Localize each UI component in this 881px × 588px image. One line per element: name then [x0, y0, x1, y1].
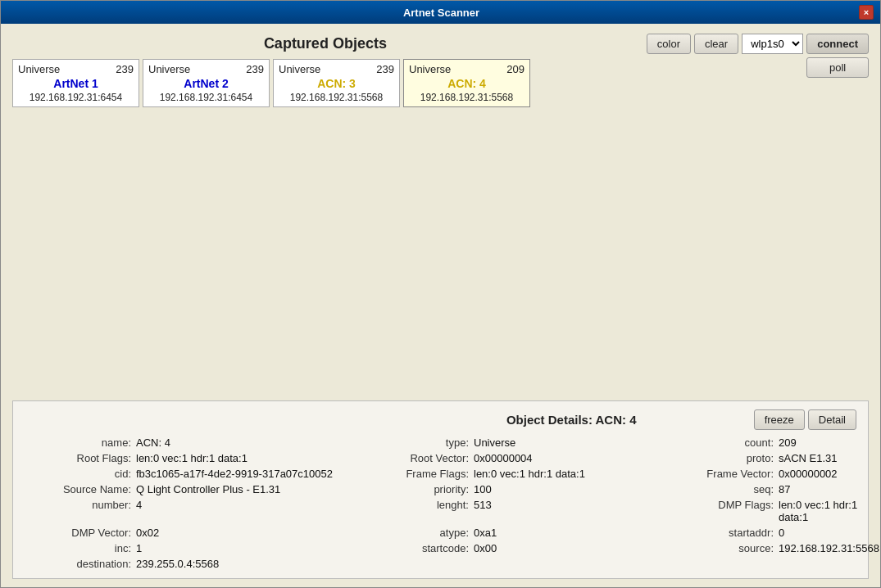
- proto-value: sACN E1.31: [779, 452, 879, 464]
- inc-value: 1: [136, 542, 366, 554]
- card3-universe-num: 239: [376, 63, 394, 75]
- root-flags-label: Root Flags:: [25, 452, 131, 464]
- connect-group: connect poll: [806, 34, 869, 78]
- frame-flags-label: Frame Flags:: [370, 468, 469, 480]
- details-buttons: freeze Detail: [754, 409, 856, 430]
- card2-ip: 192.168.192.31:6454: [148, 92, 264, 103]
- card2-universe-num: 239: [246, 63, 264, 75]
- card4-name: ACN: 4: [409, 77, 525, 90]
- freeze-button[interactable]: freeze: [754, 409, 805, 430]
- clear-button[interactable]: clear: [694, 34, 738, 54]
- proto-label: proto:: [667, 452, 774, 464]
- poll-button[interactable]: poll: [806, 57, 869, 78]
- seq-value: 87: [779, 483, 879, 495]
- card2-universe-label: Universe: [148, 63, 190, 75]
- top-controls: color clear wlp1s0 connect poll: [647, 32, 869, 78]
- card3-universe-label: Universe: [279, 63, 320, 75]
- startcode-value: 0x00: [474, 542, 662, 554]
- top-section: Captured Objects Universe 239 ArtNet 1 1…: [12, 32, 869, 111]
- root-vector-value: 0x00000004: [474, 452, 662, 464]
- object-card-2[interactable]: Universe 239 ArtNet 2 192.168.192.31:645…: [143, 59, 270, 107]
- cid-value: fb3c1065-a17f-4de2-9919-317a07c10052: [136, 468, 366, 480]
- dmp-vector-label: DMP Vector:: [25, 527, 131, 539]
- connect-button[interactable]: connect: [806, 34, 869, 54]
- dmp-flags-label: DMP Flags:: [667, 499, 774, 523]
- dmp-vector-value: 0x02: [136, 527, 366, 539]
- source-name-label: Source Name:: [25, 483, 131, 495]
- type-value: Universe: [474, 436, 662, 449]
- priority-label: priority:: [370, 483, 469, 495]
- source-name-value: Q Light Controller Plus - E1.31: [136, 483, 366, 495]
- frame-flags-value: len:0 vec:1 hdr:1 data:1: [474, 468, 662, 480]
- destination-label: destination:: [25, 558, 131, 570]
- source-value: 192.168.192.31:5568: [779, 542, 879, 554]
- seq-label: seq:: [667, 483, 774, 495]
- interface-select[interactable]: wlp1s0: [742, 34, 803, 54]
- spacer: [12, 117, 869, 394]
- close-button[interactable]: ×: [859, 5, 874, 20]
- number-value: 4: [136, 499, 366, 523]
- card4-ip: 192.168.192.31:5568: [409, 92, 525, 103]
- color-button[interactable]: color: [647, 34, 691, 54]
- page-title: Captured Objects: [12, 32, 638, 52]
- name-label: name:: [25, 436, 131, 449]
- atype-value: 0xa1: [474, 527, 662, 539]
- object-card-3[interactable]: Universe 239 ACN: 3 192.168.192.31:5568: [273, 59, 400, 107]
- details-section: Object Details: ACN: 4 freeze Detail nam…: [12, 400, 869, 579]
- card3-name: ACN: 3: [279, 77, 394, 90]
- frame-vector-label: Frame Vector:: [667, 468, 774, 480]
- startaddr-value: 0: [779, 527, 879, 539]
- priority-value: 100: [474, 483, 662, 495]
- object-card-1[interactable]: Universe 239 ArtNet 1 192.168.192.31:645…: [12, 59, 139, 107]
- lenght-label: lenght:: [370, 499, 469, 523]
- card4-universe-label: Universe: [409, 63, 451, 75]
- card4-universe-num: 209: [506, 63, 525, 75]
- frame-vector-value: 0x00000002: [779, 468, 879, 480]
- title-bar: Artnet Scanner ×: [1, 1, 880, 24]
- root-flags-value: len:0 vec:1 hdr:1 data:1: [136, 452, 366, 464]
- details-header: Object Details: ACN: 4 freeze Detail: [25, 409, 856, 430]
- type-label: type:: [370, 436, 469, 449]
- objects-area: Universe 239 ArtNet 1 192.168.192.31:645…: [12, 56, 638, 111]
- main-window: Artnet Scanner × Captured Objects Univer…: [0, 0, 881, 588]
- dmp-flags-value: len:0 vec:1 hdr:1 data:1: [779, 499, 879, 523]
- details-grid: name: ACN: 4 type: Universe count: 209 R…: [25, 436, 856, 570]
- card1-name: ArtNet 1: [18, 77, 134, 90]
- name-value: ACN: 4: [136, 436, 366, 449]
- card1-universe-num: 239: [116, 63, 134, 75]
- startaddr-label: startaddr:: [667, 527, 774, 539]
- content-area: Captured Objects Universe 239 ArtNet 1 1…: [1, 24, 880, 587]
- count-label: count:: [667, 436, 774, 449]
- cid-label: cid:: [25, 468, 131, 480]
- detail-button[interactable]: Detail: [808, 409, 856, 430]
- lenght-value: 513: [474, 499, 662, 523]
- card1-ip: 192.168.192.31:6454: [18, 92, 134, 103]
- count-value: 209: [779, 436, 879, 449]
- root-vector-label: Root Vector:: [370, 452, 469, 464]
- number-label: number:: [25, 499, 131, 523]
- card2-name: ArtNet 2: [148, 77, 264, 90]
- card1-universe-label: Universe: [18, 63, 60, 75]
- atype-label: atype:: [370, 527, 469, 539]
- card3-ip: 192.168.192.31:5568: [279, 92, 394, 103]
- destination-value: 239.255.0.4:5568: [136, 558, 366, 570]
- details-title: Object Details: ACN: 4: [389, 413, 754, 427]
- startcode-label: startcode:: [370, 542, 469, 554]
- inc-label: inc:: [25, 542, 131, 554]
- source-label: source:: [667, 542, 774, 554]
- object-card-4[interactable]: Universe 209 ACN: 4 192.168.192.31:5568: [403, 59, 530, 107]
- window-title: Artnet Scanner: [24, 7, 859, 19]
